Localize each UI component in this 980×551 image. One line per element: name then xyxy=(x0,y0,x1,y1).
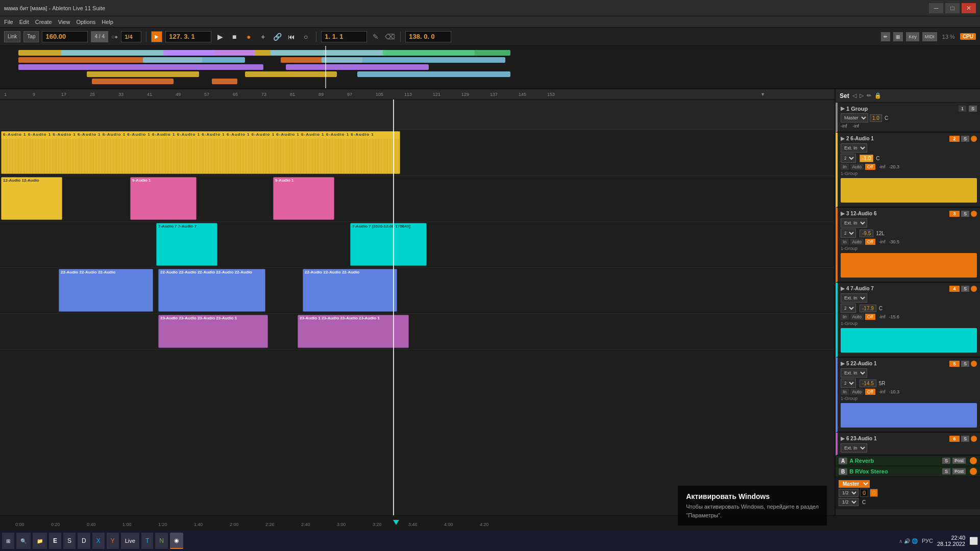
ch5-active-dot[interactable] xyxy=(971,361,977,367)
minimize-button[interactable]: ─ xyxy=(929,3,943,13)
clip-9audio-2[interactable]: 9-Audio 1 xyxy=(273,177,334,220)
master-half1-select[interactable]: 1/2 xyxy=(839,489,859,497)
expand-icon-3[interactable]: ▶ xyxy=(841,210,845,217)
return-b-btn[interactable]: B xyxy=(839,468,847,475)
ch6-active-dot[interactable] xyxy=(971,436,977,442)
key-button[interactable]: Key xyxy=(906,32,919,41)
expand-icon-6[interactable]: ▶ xyxy=(841,435,845,442)
clip-12audio-1[interactable]: 12-Audio 12-Audio xyxy=(1,177,62,220)
ch4-sub-select[interactable]: 2 xyxy=(841,304,856,313)
expand-icon-5[interactable]: ▶ xyxy=(841,360,845,367)
clip-6audio1[interactable]: 6-Audio 1 6-Audio 1 6-Audio 1 6-Audio 1 … xyxy=(1,131,400,174)
ch4-s-btn[interactable]: S xyxy=(961,286,969,292)
ch2-off-btn[interactable]: Off xyxy=(865,164,875,170)
clip-9audio-1[interactable]: 9-Audio 1 xyxy=(130,177,197,220)
ch2-auto-btn[interactable]: Auto xyxy=(850,164,864,170)
record-button[interactable]: ● xyxy=(243,31,254,42)
overview[interactable] xyxy=(0,46,980,89)
menu-options[interactable]: Options xyxy=(76,19,95,25)
master-select[interactable]: Master xyxy=(839,480,870,488)
ch3-in-btn[interactable]: In xyxy=(841,239,849,245)
taskbar-epic[interactable]: E xyxy=(49,533,61,549)
loop-button[interactable]: ○ xyxy=(300,31,311,42)
taskbar-telegram[interactable]: T xyxy=(141,533,153,549)
search-button[interactable]: 🔍 xyxy=(16,533,31,549)
forward-icon[interactable]: ▷ xyxy=(860,92,864,99)
clip-22audio-1[interactable]: 22-Audio 22-Audio 22-Audio xyxy=(59,269,153,312)
quantize-display[interactable]: 1/4 xyxy=(121,31,141,42)
edit-icon[interactable]: ✏ xyxy=(867,92,871,99)
ch6-input-select[interactable]: Ext. In xyxy=(841,443,867,453)
ch5-auto-btn[interactable]: Auto xyxy=(850,389,864,395)
notification-icon[interactable]: ⬜ xyxy=(969,537,978,545)
ch5-sub-select[interactable]: 2 xyxy=(841,379,856,388)
edit2-button[interactable]: ⌫ xyxy=(384,31,396,42)
ch2-input-select[interactable]: Ext. In xyxy=(841,143,867,153)
maximize-button[interactable]: □ xyxy=(945,3,960,13)
return-b-s[interactable]: S xyxy=(942,468,950,474)
clip-23audio-1[interactable]: 23-Audio 23-Audio 23-Audio 23-Audio 1 xyxy=(158,315,268,348)
position-display[interactable]: 127. 3. 1 xyxy=(165,31,211,42)
ch5-in-btn[interactable]: In xyxy=(841,389,849,395)
plus-button[interactable]: + xyxy=(257,31,268,42)
ch5-input-select[interactable]: Ext. In xyxy=(841,368,867,378)
master-half2-select[interactable]: 1/2 xyxy=(839,498,859,506)
end-display[interactable]: 138. 0. 0 xyxy=(405,31,451,42)
menu-edit[interactable]: Edit xyxy=(19,19,29,25)
midi-button[interactable]: MIDI xyxy=(922,32,937,41)
return-a-post[interactable]: Post xyxy=(952,458,966,464)
taskbar-nvidia[interactable]: N xyxy=(155,533,168,549)
return-a-btn[interactable]: A xyxy=(839,458,847,464)
ch4-in-btn[interactable]: In xyxy=(841,314,849,320)
ch3-s-btn[interactable]: S xyxy=(961,211,969,217)
ch4-off-btn[interactable]: Off xyxy=(865,314,875,320)
ch3-active-dot[interactable] xyxy=(971,211,977,217)
taskbar-explorer[interactable]: 📁 xyxy=(33,533,47,549)
clip-7audio-2[interactable]: 7-Audio 7 [2020-12-06 175849] xyxy=(350,223,427,266)
draw-button[interactable]: ✎ xyxy=(370,31,381,42)
ch4-auto-btn[interactable]: Auto xyxy=(850,314,864,320)
clip-23audio-2[interactable]: 23-Audio 1 23-Audio 23-Audio 23-Audio 1 xyxy=(298,315,409,348)
taskbar-steam[interactable]: S xyxy=(63,533,76,549)
play-button[interactable]: ▶ xyxy=(214,31,226,42)
taskbar-davinci[interactable]: D xyxy=(78,533,90,549)
arrangement-view[interactable]: 1 9 17 25 33 41 49 57 65 73 81 89 97 105… xyxy=(0,89,835,515)
taskbar-xo[interactable]: X xyxy=(92,533,105,549)
clip-7audio-1[interactable]: 7-Audio 7 7-Audio 7 xyxy=(156,223,217,266)
ch1-input-select[interactable]: Master xyxy=(841,113,868,122)
clip-22audio-2[interactable]: 22-Audio 22-Audio 22-Audio 22-Audio 22-A… xyxy=(158,269,265,312)
expand-icon-4[interactable]: ▶ xyxy=(841,285,845,292)
ch2-in-btn[interactable]: In xyxy=(841,164,849,170)
bar-pos-display[interactable]: 1. 1. 1 xyxy=(321,31,367,42)
taskbar-ableton[interactable]: ◉ xyxy=(170,533,183,549)
timeline-playhead[interactable] xyxy=(393,520,399,525)
ch3-input-select[interactable]: Ext. In xyxy=(841,218,867,228)
ch4-active-dot[interactable] xyxy=(971,286,977,292)
stop-button[interactable]: ■ xyxy=(229,31,240,42)
ch1-s-btn[interactable]: S xyxy=(969,106,977,112)
menu-file[interactable]: File xyxy=(4,19,13,25)
ch3-sub-select[interactable]: 2 xyxy=(841,229,856,238)
ch5-off-btn[interactable]: Off xyxy=(865,389,875,395)
clip-22audio-3[interactable]: 22-Audio 22-Audio 22-Audio xyxy=(303,269,397,312)
time-sig-button[interactable]: 4 / 4 xyxy=(91,31,108,42)
tap-button[interactable]: Tap xyxy=(23,31,39,42)
ch4-input-select[interactable]: Ext. In xyxy=(841,293,867,303)
return-a-s[interactable]: S xyxy=(942,458,950,464)
close-button[interactable]: ✕ xyxy=(962,3,976,13)
ch6-s-btn[interactable]: S xyxy=(961,436,969,442)
draw-mode-button[interactable]: ✏ xyxy=(881,32,890,41)
back-icon[interactable]: ◁ xyxy=(852,92,856,99)
expand-icon-1[interactable]: ▶ xyxy=(841,105,845,112)
taskbar-live-1[interactable]: Live xyxy=(121,533,139,549)
menu-help[interactable]: Help xyxy=(102,19,113,25)
expand-icon-2[interactable]: ▶ xyxy=(841,135,845,142)
ch5-s-btn[interactable]: S xyxy=(961,361,969,367)
ch3-auto-btn[interactable]: Auto xyxy=(850,239,864,245)
ch2-s-btn[interactable]: S xyxy=(961,136,969,142)
menu-view[interactable]: View xyxy=(58,19,70,25)
start-button[interactable]: ⊞ xyxy=(2,533,14,549)
link2-button[interactable]: 🔗 xyxy=(272,31,283,42)
arrangement-mode-button[interactable]: ▶ xyxy=(151,31,162,42)
ch2-active-dot[interactable] xyxy=(971,136,977,142)
